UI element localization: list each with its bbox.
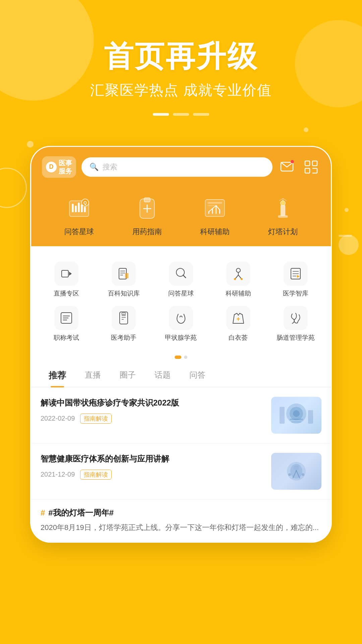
wiki-icon: [112, 262, 136, 286]
qa-globe-label: 问答星球: [64, 227, 94, 237]
grid-item-med-exam[interactable]: 医考助手: [95, 302, 153, 346]
article-meta-2: 2021-12-09 指南解读: [41, 470, 264, 480]
svg-rect-25: [208, 205, 218, 206]
article-date-2: 2021-12-09: [41, 471, 75, 478]
article-item-2[interactable]: 智慧健康医疗体系的创新与应用讲解 2021-12-09 指南解读: [31, 443, 331, 499]
phone-mockup: D 医事 服务 🔍 搜索: [0, 146, 362, 543]
svg-rect-32: [62, 270, 68, 277]
article-title-2: 智慧健康医疗体系的创新与应用讲解: [41, 453, 264, 465]
grid-item-live[interactable]: 直播专区: [38, 258, 95, 302]
svg-point-71: [294, 465, 299, 471]
nav-item-medication[interactable]: 用药指南: [132, 194, 162, 237]
svg-rect-9: [75, 206, 77, 212]
dot-2: [184, 356, 187, 359]
svg-line-30: [279, 198, 283, 201]
grid-item-medlib[interactable]: 医学智库: [267, 258, 324, 302]
scan-button[interactable]: [302, 158, 320, 176]
grid-item-white-coat[interactable]: 白衣荟: [209, 302, 267, 346]
article-meta-1: 2022-02-09 指南解读: [41, 414, 264, 424]
wiki-label: 百科知识库: [108, 289, 140, 298]
tab-qa[interactable]: 问答: [180, 364, 215, 387]
tab-circle[interactable]: 圈子: [110, 364, 145, 387]
svg-point-29: [281, 201, 285, 205]
message-button[interactable]: [278, 158, 296, 176]
medication-icon: [135, 197, 159, 221]
notification-dot: [291, 160, 294, 163]
logo-text: 医事 服务: [59, 159, 72, 175]
topic-hash-icon: #: [41, 508, 45, 518]
article-thumb-1: [271, 397, 321, 434]
phone-header: D 医事 服务 🔍 搜索: [31, 147, 331, 246]
svg-marker-50: [297, 275, 300, 278]
svg-rect-68: [308, 410, 313, 424]
search-bar-row: D 医事 服务 🔍 搜索: [42, 156, 320, 178]
grid-item-intestine[interactable]: 肠道管理学苑: [267, 302, 324, 346]
secondary-grid: 直播专区 百科知识库: [31, 254, 331, 353]
research-label: 科研辅助: [200, 227, 230, 237]
svg-point-64: [293, 410, 300, 417]
hero-title: 首页再升级: [20, 40, 342, 73]
svg-rect-24: [208, 202, 222, 204]
nav-item-qa-globe[interactable]: Q 问答星球: [64, 194, 94, 237]
sci-label: 科研辅助: [226, 289, 251, 298]
article-thumb-2: [271, 453, 321, 490]
nav-item-lighthouse[interactable]: 灯塔计划: [268, 194, 298, 237]
svg-rect-59: [122, 313, 126, 315]
svg-rect-10: [78, 203, 80, 212]
topic-content: 2020年8月19日，灯塔学苑正式上线。分享一下这一年你和灯塔一起发生的，难忘的…: [41, 522, 321, 533]
white-coat-label: 白衣荟: [229, 333, 248, 342]
svg-point-74: [288, 473, 291, 476]
tab-bar: 推荐 直播 圈子 话题 问答: [31, 364, 331, 387]
article-title-1: 解读中国带状疱疹诊疗专家共识2022版: [41, 397, 264, 409]
svg-rect-67: [280, 407, 285, 424]
grid-item-qa[interactable]: 问答星球: [153, 258, 210, 302]
tab-live[interactable]: 直播: [75, 364, 110, 387]
thumb-image-1: [271, 397, 321, 434]
hero-dot-1: [153, 113, 169, 116]
header-icons: [278, 158, 320, 176]
svg-rect-66: [291, 421, 301, 423]
sci-icon: [226, 262, 250, 286]
phone-content: 直播专区 百科知识库: [31, 246, 331, 542]
grid-item-sci[interactable]: 科研辅助: [209, 258, 267, 302]
research-icon: [203, 197, 227, 221]
thyroid-icon: [169, 306, 193, 330]
medication-label: 用药指南: [132, 227, 162, 237]
title-exam-icon: [54, 306, 78, 330]
live-icon: [54, 262, 78, 286]
tab-topic[interactable]: 话题: [145, 364, 180, 387]
live-label: 直播专区: [54, 289, 79, 298]
grid-item-wiki[interactable]: 百科知识库: [95, 258, 153, 302]
nav-item-research[interactable]: 科研辅助: [200, 194, 230, 237]
lighthouse-icon-box: [268, 194, 298, 223]
svg-rect-65: [290, 419, 303, 420]
hero-dot-2: [173, 113, 189, 116]
svg-line-31: [283, 198, 287, 201]
med-exam-icon: [112, 306, 136, 330]
article-content-2: 智慧健康医疗体系的创新与应用讲解 2021-12-09 指南解读: [41, 453, 264, 480]
svg-rect-16: [144, 198, 150, 202]
app-logo[interactable]: D 医事 服务: [42, 156, 76, 178]
hero-section: 首页再升级 汇聚医学热点 成就专业价值: [0, 0, 362, 136]
qa-globe-icon: Q: [67, 197, 91, 221]
intestine-icon: [284, 306, 308, 330]
article-tag-2: 指南解读: [80, 470, 112, 480]
article-tag-1: 指南解读: [80, 414, 112, 424]
medlib-icon: [284, 262, 308, 286]
grid-item-thyroid[interactable]: 甲状腺学苑: [153, 302, 210, 346]
svg-rect-38: [125, 273, 128, 278]
article-item-1[interactable]: 解读中国带状疱疹诊疗专家共识2022版 2022-02-09 指南解读: [31, 387, 331, 443]
svg-rect-11: [81, 204, 83, 212]
article-list: 解读中国带状疱疹诊疗专家共识2022版 2022-02-09 指南解读: [31, 387, 331, 542]
svg-rect-1: [305, 161, 310, 166]
thyroid-label: 甲状腺学苑: [165, 333, 197, 342]
svg-rect-2: [312, 161, 317, 166]
topic-item[interactable]: # #我的灯塔一周年# 2020年8月19日，灯塔学苑正式上线。分享一下这一年你…: [31, 499, 331, 542]
search-input[interactable]: 🔍 搜索: [81, 157, 273, 177]
grid-item-title-exam[interactable]: 职称考试: [38, 302, 95, 346]
tab-recommend[interactable]: 推荐: [39, 364, 75, 387]
svg-marker-33: [69, 272, 72, 276]
qa-icon: [169, 262, 193, 286]
grid-dots: [31, 356, 331, 359]
logo-icon: D: [46, 162, 57, 172]
